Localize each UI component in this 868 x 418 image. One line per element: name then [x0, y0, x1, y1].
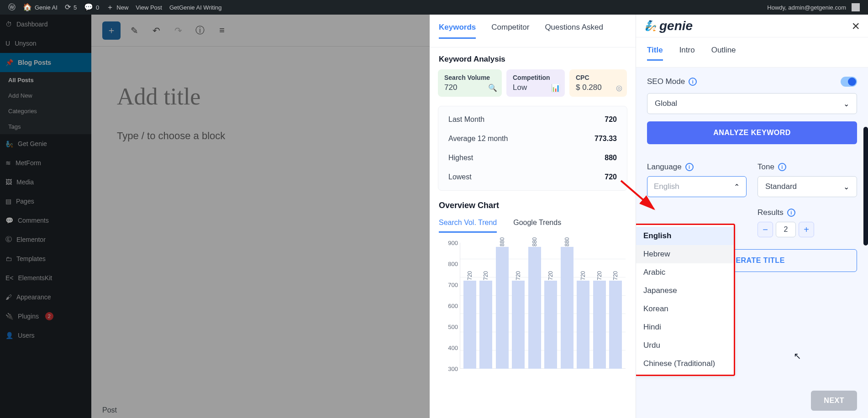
results-label: Resultsi [758, 208, 857, 217]
tab-competitor[interactable]: Competitor [491, 23, 529, 39]
outline-button[interactable]: ≡ [214, 22, 230, 39]
sidebar-item-unyson[interactable]: UUnyson [0, 34, 91, 53]
data-row: Average 12 month773.33 [438, 129, 627, 148]
chart-bar: 720 [577, 281, 589, 369]
increment-button[interactable]: + [799, 222, 814, 237]
sidebar-item-appearance[interactable]: 🖌Appearance [0, 287, 91, 307]
sidebar-item-elementor[interactable]: ⒺElementor [0, 230, 91, 249]
data-row: Lowest720 [438, 167, 627, 187]
menu-icon: ▤ [5, 198, 11, 205]
info-icon[interactable]: i [778, 163, 786, 171]
search-volume-chart: 300400500600700800900 720720880720880720… [438, 241, 627, 369]
sidebar-item-metform[interactable]: ≋MetForm [0, 153, 91, 172]
chevron-down-icon: ⌄ [843, 183, 849, 191]
language-dropdown: EnglishHebrewArabicJapaneseKoreanHindiUr… [636, 224, 735, 376]
wp-logo[interactable]: ⓦ [5, 0, 19, 15]
post-type-label: Post [102, 406, 117, 414]
sidebar-item-comments[interactable]: 💬Comments [0, 211, 91, 230]
sidebar-sub-categories[interactable]: Categories [0, 103, 91, 119]
chart-tab-search-vol[interactable]: Search Vol. Trend [439, 219, 497, 233]
menu-icon: ⏱ [5, 21, 12, 28]
tab-outline[interactable]: Outline [711, 46, 736, 61]
decrement-button[interactable]: − [758, 222, 773, 237]
sidebar-item-media[interactable]: 🖼Media [0, 172, 91, 192]
chart-bar: 720 [544, 281, 557, 369]
close-panel-button[interactable]: × [852, 19, 860, 33]
left-tabs: Keywords Competitor Questions Asked [430, 15, 636, 47]
sidebar-sub-add-new[interactable]: Add New [0, 88, 91, 103]
info-icon[interactable]: i [689, 78, 697, 86]
scrollbar[interactable] [863, 127, 868, 246]
mouse-cursor: ↖ [794, 350, 801, 361]
data-row: Last Month720 [438, 110, 627, 129]
chart-bar: 720 [609, 281, 622, 369]
results-stepper: − + [758, 222, 857, 237]
chart-bar: 880 [496, 247, 509, 369]
chart-bar: 720 [479, 281, 492, 369]
overview-chart-heading: Overview Chart [430, 197, 636, 214]
info-icon[interactable]: i [685, 163, 694, 171]
next-button[interactable]: NEXT [811, 391, 857, 411]
y-tick: 500 [438, 324, 458, 330]
menu-icon: 🧞 [5, 140, 13, 147]
lang-option-arabic[interactable]: Arabic [636, 263, 734, 282]
target-icon: ◎ [616, 84, 622, 92]
sidebar-item-pages[interactable]: ▤Pages [0, 192, 91, 211]
tone-select[interactable]: Standard⌄ [758, 176, 857, 197]
edit-icon[interactable]: ✎ [126, 22, 142, 39]
genie-writing-link[interactable]: GetGenie AI Writing [166, 0, 226, 15]
info-icon[interactable]: i [787, 209, 795, 217]
sidebar-item-get-genie[interactable]: 🧞Get Genie [0, 134, 91, 153]
chart-tab-google-trends[interactable]: Google Trends [513, 219, 561, 233]
new-content[interactable]: ＋New [103, 0, 132, 15]
seo-mode-toggle[interactable] [841, 77, 857, 87]
sidebar-item-users[interactable]: 👤Users [0, 326, 91, 345]
language-label: Languagei [647, 162, 747, 172]
lang-option-hindi[interactable]: Hindi [636, 318, 734, 336]
sidebar-sub-all-posts[interactable]: All Posts [0, 72, 91, 88]
seo-mode-label: SEO Modei [647, 77, 697, 86]
analyze-keyword-button[interactable]: ANALYZE KEYWORD [647, 121, 857, 144]
chart-bar: 720 [593, 281, 606, 369]
view-post[interactable]: View Post [132, 0, 166, 15]
add-block-button[interactable]: ＋ [102, 21, 121, 40]
avatar [852, 3, 860, 11]
chart-bar: 880 [528, 247, 541, 369]
site-name[interactable]: 🏠Genie AI [19, 0, 61, 15]
redo-button[interactable]: ↷ [170, 22, 186, 39]
tab-intro[interactable]: Intro [679, 46, 695, 61]
menu-icon: U [5, 40, 10, 47]
sidebar-sub-tags[interactable]: Tags [0, 119, 91, 134]
sidebar-item-dashboard[interactable]: ⏱Dashboard [0, 15, 91, 34]
results-input[interactable] [776, 222, 796, 237]
chart-bar: 720 [512, 281, 525, 369]
lang-option-english[interactable]: English [636, 227, 734, 245]
info-button[interactable]: ⓘ [192, 22, 208, 39]
y-tick: 700 [438, 282, 458, 288]
updates[interactable]: ⟳5 [61, 0, 80, 15]
menu-icon: 💬 [5, 217, 13, 224]
lang-option-japanese[interactable]: Japanese [636, 282, 734, 300]
undo-button[interactable]: ↶ [148, 22, 164, 39]
lang-option-korean[interactable]: Korean [636, 300, 734, 318]
sidebar-item-plugins[interactable]: 🔌Plugins2 [0, 307, 91, 326]
comments-count[interactable]: 💬0 [80, 0, 103, 15]
genie-logo: 🧞genie [644, 19, 693, 33]
menu-icon: 👤 [5, 332, 13, 339]
y-tick: 300 [438, 366, 458, 372]
sidebar-item-elementskit[interactable]: E<ElementsKit [0, 268, 91, 287]
lang-option-chinese-traditional-[interactable]: Chinese (Traditional) [636, 355, 734, 373]
howdy-account[interactable]: Howdy, admin@getgenie.com [763, 0, 863, 15]
tab-questions[interactable]: Questions Asked [545, 23, 603, 39]
stat-cpc: CPC $ 0.280 ◎ [569, 69, 627, 97]
lang-option-urdu[interactable]: Urdu [636, 336, 734, 355]
sidebar-item-blog-posts[interactable]: 📌Blog Posts [0, 53, 91, 72]
tab-keywords[interactable]: Keywords [439, 23, 476, 39]
tab-title[interactable]: Title [647, 46, 663, 61]
country-select[interactable]: Global⌄ [647, 93, 857, 114]
chevron-down-icon: ⌄ [843, 99, 849, 108]
y-tick: 800 [438, 261, 458, 267]
sidebar-item-templates[interactable]: 🗀Templates [0, 249, 91, 268]
lang-option-hebrew[interactable]: Hebrew [636, 245, 734, 263]
menu-icon: E< [5, 274, 14, 282]
